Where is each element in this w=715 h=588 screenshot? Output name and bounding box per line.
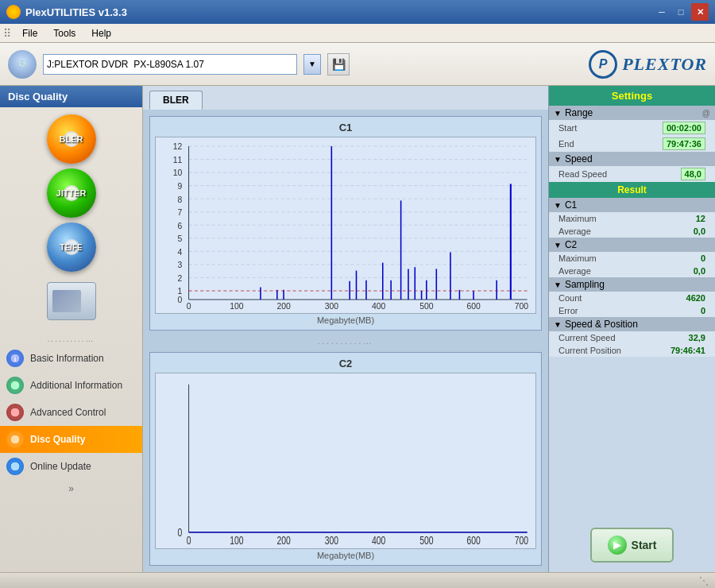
svg-text:3: 3 [177,260,182,269]
range-start-label: Start [558,123,577,133]
c2-x-label: Megabyte(MB) [155,551,536,560]
current-position-value: 79:46:41 [671,346,705,355]
additional-information-label: Additional Information [30,380,122,391]
drive-select[interactable] [43,54,297,75]
speed-label: Speed [565,153,593,164]
range-end-value[interactable]: 79:47:36 [663,137,705,150]
svg-text:6: 6 [177,220,182,230]
svg-text:700: 700 [515,534,529,547]
sidebar-expand-button[interactable]: » [0,480,142,497]
titlebar-title: PlexUTILITIES v1.3.3 [25,6,127,18]
online-update-label: Online Update [30,461,91,472]
svg-point-2 [10,381,20,390]
svg-text:100: 100 [230,301,243,311]
c2-result-label: C2 [565,239,577,250]
c1-result-toggle[interactable]: ▼ [554,201,562,210]
c1-chart-svg: 12 11 10 9 8 7 6 5 4 3 2 1 0 0 [156,137,535,313]
menu-help[interactable]: Help [83,26,119,41]
svg-text:500: 500 [419,534,434,547]
svg-text:4: 4 [177,246,182,256]
c1-avg-row: Average 0,0 [549,225,715,238]
sidebar-nav: i Basic Information Additional Informati… [0,345,142,480]
plextor-logo: P PLEXTOR [589,50,707,79]
save-button[interactable]: 💾 [327,53,350,75]
menu-file[interactable]: File [14,26,45,41]
svg-text:100: 100 [230,534,244,547]
basic-information-label: Basic Information [30,353,104,364]
svg-point-5 [10,462,20,471]
jitter-disc: JITTER [47,168,96,218]
drive-device-icon [47,282,96,320]
range-label: Range [565,107,593,118]
svg-point-3 [10,408,20,417]
additional-information-icon [6,377,24,394]
svg-text:9: 9 [177,181,182,191]
range-start-value[interactable]: 00:02:00 [663,122,705,134]
tefe-disc-label: TE/FE [60,243,82,252]
minimize-button[interactable]: ─ [653,3,671,21]
drive-dropdown-button[interactable]: ▼ [303,54,321,75]
count-row: Count 4620 [549,292,715,304]
speed-position-toggle[interactable]: ▼ [554,320,562,329]
disc-quality-icon [6,431,24,448]
bler-disc-item[interactable]: BLER [40,115,103,163]
bler-disc: BLER [47,114,96,164]
svg-text:200: 200 [276,534,291,547]
speed-toggle[interactable]: ▼ [554,155,562,164]
svg-text:500: 500 [419,301,433,311]
menu-grip-icon: ⠿ [3,27,11,40]
c2-avg-value: 0,0 [694,266,705,276]
tefe-disc-item[interactable]: TE/FE [40,223,103,271]
result-header: Result [549,182,715,198]
jitter-disc-item[interactable]: JITTER [40,169,103,217]
close-button[interactable]: ✕ [691,3,709,21]
c2-chart-panel: C2 0 0 100 200 300 400 500 [149,352,542,567]
svg-text:0: 0 [177,295,182,304]
tefe-disc: TE/FE [47,222,96,272]
sidebar-item-additional-information[interactable]: Additional Information [0,372,142,399]
c1-max-label: Maximum [558,214,597,223]
svg-point-4 [10,435,20,444]
save-icon: 💾 [332,58,346,71]
range-toggle[interactable]: ▼ [554,109,562,118]
svg-text:600: 600 [466,534,481,547]
sidebar-dots-top: ..........… [0,333,142,345]
sidebar-item-advanced-control[interactable]: Advanced Control [0,399,142,426]
c1-chart-area: 12 11 10 9 8 7 6 5 4 3 2 1 0 0 [155,137,536,314]
sidebar-item-disc-quality[interactable]: Disc Quality [0,426,142,453]
statusbar-grip-icon: ⋱ [699,575,709,586]
range-end-label: End [558,139,574,149]
read-speed-value[interactable]: 48,0 [681,168,705,180]
maximize-button[interactable]: □ [672,3,690,21]
start-button[interactable]: ▶ Start [590,528,674,563]
c1-chart-panel: C1 [149,116,542,331]
content-area: BLER C1 [143,86,548,572]
speed-section: ▼ Speed [549,152,715,166]
svg-text:200: 200 [276,301,290,311]
current-position-row: Current Position 79:46:41 [549,344,715,357]
svg-text:400: 400 [372,534,386,547]
online-update-icon [6,458,24,475]
sidebar-item-basic-information[interactable]: i Basic Information [0,345,142,372]
svg-text:12: 12 [173,141,183,151]
titlebar-left: PlexUTILITIES v1.3.3 [6,5,127,19]
svg-text:600: 600 [466,301,480,311]
error-value: 0 [701,306,705,315]
svg-text:700: 700 [515,301,528,311]
c2-result-section: ▼ C2 [549,238,715,252]
c2-max-label: Maximum [558,253,597,263]
menu-tools[interactable]: Tools [45,26,83,41]
drive-disc-item[interactable] [40,277,103,325]
settings-header: Settings [549,86,715,106]
current-speed-label: Current Speed [558,333,616,342]
tab-bler[interactable]: BLER [149,91,203,110]
app-icon [6,5,21,19]
svg-text:300: 300 [325,301,338,311]
sidebar-item-online-update[interactable]: Online Update [0,453,142,480]
svg-text:8: 8 [177,194,182,203]
c2-chart-svg: 0 0 100 200 300 400 500 600 700 [156,373,535,549]
c1-avg-value: 0,0 [694,226,705,236]
c2-result-toggle[interactable]: ▼ [554,241,562,250]
svg-text:10: 10 [173,168,183,177]
sampling-toggle[interactable]: ▼ [554,280,562,289]
